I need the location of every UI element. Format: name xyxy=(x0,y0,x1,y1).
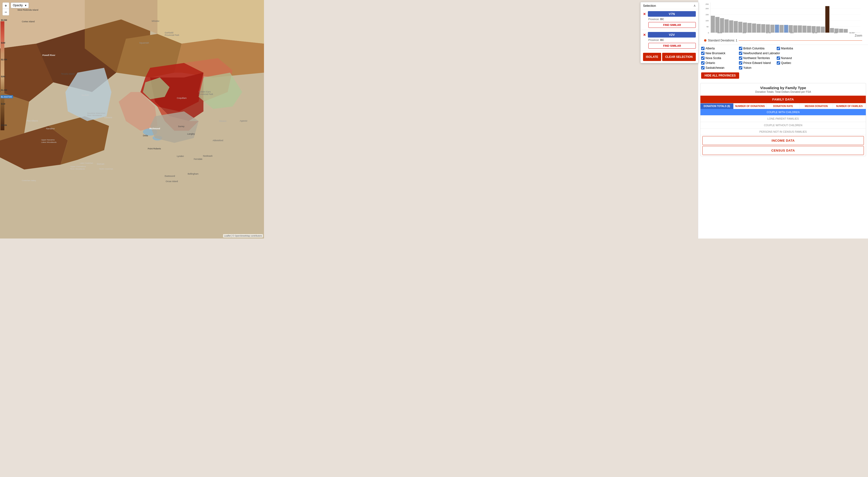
svg-text:Lake Cowichan: Lake Cowichan xyxy=(80,162,93,164)
opacity-select[interactable]: Opacity50%75%100% xyxy=(11,2,29,8)
svg-text:Lynden: Lynden xyxy=(177,155,184,157)
svg-text:Orcas Island: Orcas Island xyxy=(166,180,178,183)
svg-text:Powell River: Powell River xyxy=(42,54,56,56)
svg-text:Upper Chemainus: Upper Chemainus xyxy=(70,165,86,167)
svg-text:Lakes Woodlands: Lakes Woodlands xyxy=(41,141,56,144)
opacity-control: Opacity50%75%100% ▼ xyxy=(11,2,29,8)
svg-text:Sunshine Watershed: Sunshine Watershed xyxy=(87,112,105,114)
svg-text:River Woodlands: River Woodlands xyxy=(70,168,85,170)
svg-text:Delta: Delta xyxy=(143,134,148,137)
svg-text:Cortes Island: Cortes Island xyxy=(22,20,35,23)
svg-text:Gibsons: Gibsons xyxy=(104,116,113,119)
svg-text:Golden Ears: Golden Ears xyxy=(198,91,211,93)
zoom-in-button[interactable]: + xyxy=(3,3,9,9)
zoom-out-button[interactable]: − xyxy=(3,9,9,15)
svg-text:Provincial Park: Provincial Park xyxy=(198,93,213,95)
map-container[interactable]: West Redonda Island Cortes Island Powell… xyxy=(0,0,264,238)
svg-text:Point Roberts: Point Roberts xyxy=(148,148,161,150)
svg-text:West Redonda Island: West Redonda Island xyxy=(18,9,38,11)
svg-text:Nanaimo: Nanaimo xyxy=(46,127,55,130)
svg-text:$599k: $599k xyxy=(1,124,7,126)
svg-text:Abbotsford: Abbotsford xyxy=(213,139,223,141)
svg-text:Sechelt: Sechelt xyxy=(82,94,89,96)
svg-text:Mission: Mission xyxy=(219,120,227,122)
svg-text:Bellingham: Bellingham xyxy=(188,172,198,175)
svg-text:Garibaldi: Garibaldi xyxy=(165,31,174,34)
svg-text:Provincial Park: Provincial Park xyxy=(165,34,180,36)
svg-text:Texada Island: Texada Island xyxy=(61,73,74,75)
svg-text:$2M: $2M xyxy=(1,75,5,78)
svg-text:River Woodlands: River Woodlands xyxy=(87,114,102,117)
svg-text:$3M: $3M xyxy=(1,42,5,44)
svg-text:$2.5M: $2.5M xyxy=(1,58,7,61)
svg-text:$3.5M: $3.5M xyxy=(1,19,7,21)
svg-marker-12 xyxy=(157,0,264,43)
svg-text:Agassiz: Agassiz xyxy=(240,120,248,122)
svg-text:Upper Nanaimo: Upper Nanaimo xyxy=(41,139,55,141)
svg-text:$1.5M: $1.5M xyxy=(1,89,7,91)
zoom-controls: + − xyxy=(2,2,9,15)
svg-text:North Cowichan: North Cowichan xyxy=(99,168,113,170)
svg-text:Ferndale: Ferndale xyxy=(194,158,203,160)
svg-text:Nooksack: Nooksack xyxy=(203,155,213,157)
svg-text:Langley: Langley xyxy=(187,133,195,135)
map-attribution: Leaflet | © OpenStreetMap contributors xyxy=(223,234,263,237)
svg-text:Richmond: Richmond xyxy=(149,127,160,130)
svg-text:Whistler: Whistler xyxy=(152,20,160,22)
svg-text:Duncan: Duncan xyxy=(97,163,104,165)
svg-text:$1M: $1M xyxy=(1,103,5,105)
svg-text:Squamish: Squamish xyxy=(139,42,149,44)
svg-text:Cowichan Valley: Cowichan Valley xyxy=(22,180,36,182)
svg-text:Port Alberni: Port Alberni xyxy=(27,120,38,122)
svg-text:Coquitlam: Coquitlam xyxy=(177,97,187,99)
svg-text:Eastsound: Eastsound xyxy=(165,175,175,177)
svg-text:Surrey: Surrey xyxy=(178,125,185,128)
svg-text:$1.94472M: $1.94472M xyxy=(1,96,12,98)
